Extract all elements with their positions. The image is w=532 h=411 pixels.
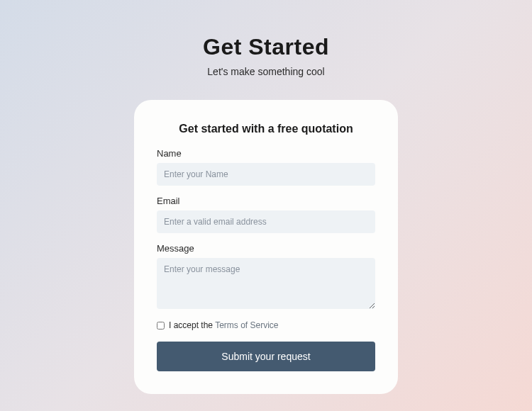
terms-link[interactable]: Terms of Service — [215, 320, 278, 330]
email-label: Email — [157, 196, 375, 206]
email-input[interactable] — [157, 210, 375, 233]
name-label: Name — [157, 148, 375, 159]
terms-checkbox[interactable] — [157, 322, 165, 330]
message-input[interactable] — [157, 258, 375, 309]
name-input[interactable] — [157, 163, 375, 186]
message-label: Message — [157, 243, 375, 254]
submit-button[interactable]: Submit your request — [157, 342, 375, 371]
terms-row: I accept the Terms of Service — [157, 320, 375, 330]
page-subtitle: Let's make something cool — [207, 66, 324, 77]
terms-label: I accept the Terms of Service — [169, 320, 279, 330]
form-title: Get started with a free quotation — [157, 123, 375, 135]
form-card: Get started with a free quotation Name E… — [134, 100, 398, 394]
page-title: Get Started — [203, 34, 329, 60]
terms-text: I accept the — [169, 320, 215, 330]
